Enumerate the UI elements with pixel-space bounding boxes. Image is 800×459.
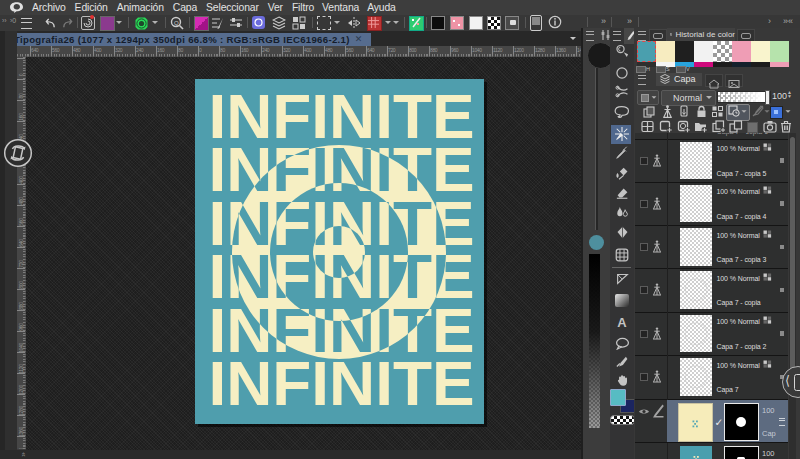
svg-text:Q: Q — [174, 20, 179, 26]
